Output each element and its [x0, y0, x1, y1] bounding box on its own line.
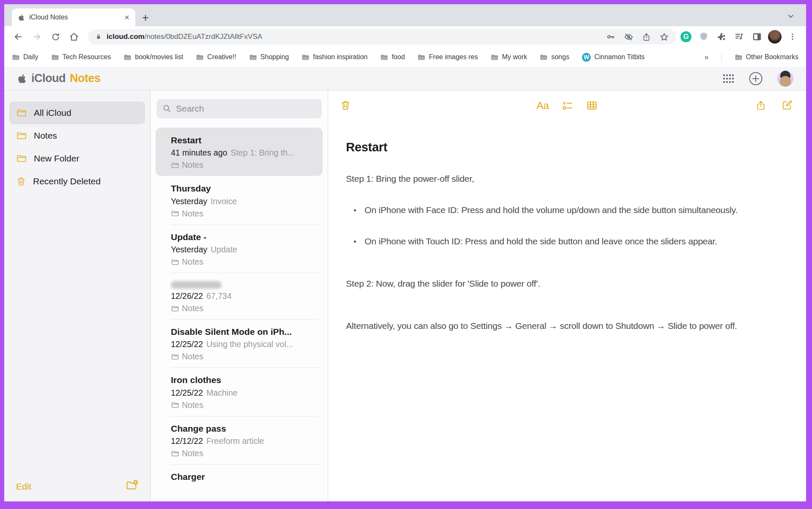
note-list-item[interactable]: Change pass 12/12/22Freeform article Not…: [156, 416, 323, 464]
bookmark-item[interactable]: Creative!!: [196, 53, 236, 61]
note-date: Yesterday: [171, 245, 207, 254]
account-avatar[interactable]: [777, 71, 793, 87]
other-bookmarks[interactable]: Other Bookmarks: [735, 53, 798, 61]
folder-icon: [540, 53, 548, 61]
bookmark-item[interactable]: Free images res: [417, 53, 478, 61]
music-playlist-extension-icon[interactable]: [732, 29, 747, 44]
password-key-icon[interactable]: [604, 30, 617, 44]
note-list-item[interactable]: Update - YesterdayUpdate Notes: [156, 224, 323, 273]
note-folder-label: Notes: [182, 400, 203, 410]
bookmark-label: book/movies list: [135, 53, 183, 61]
bookmark-item[interactable]: book/movies list: [123, 53, 183, 61]
editor-paragraph-alternative: Alternatively, you can also go to Settin…: [346, 321, 781, 331]
bookmark-label: songs: [551, 53, 569, 61]
note-folder-label: Notes: [182, 257, 203, 267]
folder-icon: [171, 353, 179, 361]
back-icon[interactable]: [10, 29, 26, 45]
folder-icon: [196, 53, 204, 61]
note-folder-label: Notes: [182, 160, 203, 170]
new-folder-icon[interactable]: [126, 479, 138, 494]
note-folder-label: Notes: [182, 449, 203, 458]
browser-profile-avatar[interactable]: [767, 29, 782, 44]
note-snippet: 67,734: [206, 291, 232, 301]
grammarly-extension-icon[interactable]: G: [678, 29, 694, 44]
note-list-item[interactable]: Iron clothes 12/25/22Machine Notes: [156, 367, 323, 416]
search-input[interactable]: Search: [156, 99, 322, 118]
shield-extension-icon[interactable]: [696, 29, 711, 44]
note-list-item[interactable]: Restart 41 minutes agoStep 1: Bring th..…: [156, 128, 323, 176]
apple-favicon-icon: [18, 14, 25, 21]
share-note-icon[interactable]: [755, 100, 766, 112]
note-body[interactable]: Restart Step 1: Bring the power-off slid…: [328, 121, 806, 331]
table-button[interactable]: [586, 100, 598, 113]
note-snippet: Machine: [206, 388, 238, 397]
new-note-compose-icon[interactable]: [782, 100, 793, 112]
note-list-item[interactable]: Charger: [156, 464, 323, 500]
search-icon: [162, 104, 172, 113]
tab-icloud-notes[interactable]: iCloud Notes ×: [12, 8, 135, 26]
address-bar[interactable]: icloud.com/notes/0bdDZEuATzrdKJZtAlltFxV…: [88, 29, 676, 44]
bookmarks-overflow-chevron[interactable]: »: [705, 53, 709, 62]
new-tab-button[interactable]: +: [142, 12, 149, 24]
folder-icon: [249, 53, 257, 61]
eye-off-icon[interactable]: [622, 30, 635, 44]
tab-close-icon[interactable]: ×: [124, 13, 129, 22]
brand-icloud-label: iCloud: [31, 72, 66, 85]
text-format-button[interactable]: Aa: [537, 100, 549, 113]
bookmark-label: Creative!!: [207, 53, 236, 61]
note-list-item[interactable]: Disable Silent Mode on iPh... 12/25/22Us…: [156, 319, 323, 367]
sidebar-folder-label: All iCloud: [34, 108, 71, 118]
note-meta: 12/25/22Machine: [171, 388, 318, 398]
checklist-button[interactable]: [562, 100, 573, 113]
editor-bullet-item: On iPhone with Face ID: Press and hold t…: [346, 205, 781, 215]
bookmark-star-icon[interactable]: [657, 30, 671, 44]
bookmarks-bar: Daily Tech Resources book/movies list Cr…: [4, 47, 806, 67]
sidebar-folder-item[interactable]: New Folder: [9, 147, 145, 170]
note-title: Update -: [171, 231, 318, 243]
bookmark-item[interactable]: fashion inspiration: [302, 53, 368, 61]
note-title: Charger: [171, 471, 318, 483]
bookmark-item[interactable]: Daily: [12, 53, 38, 61]
tab-search-chevron-icon[interactable]: [787, 12, 795, 22]
home-icon[interactable]: [66, 29, 82, 45]
notes-list-pane: Search Restart 41 minutes agoStep 1: Bri…: [151, 90, 328, 501]
folder-icon: [171, 304, 179, 313]
sidebar-folder-item[interactable]: Notes: [9, 124, 145, 147]
sidebar-folder-item[interactable]: Recently Deleted: [9, 170, 145, 193]
folder-icon: [171, 401, 179, 409]
app-launcher-grid-icon[interactable]: [723, 74, 734, 83]
note-list-item[interactable]: 12/26/2267,734 Notes: [156, 273, 323, 319]
add-plus-circle-icon[interactable]: [749, 71, 763, 86]
folder-icon: [735, 53, 743, 61]
bookmark-label: Shopping: [261, 53, 289, 61]
note-folder-label: Notes: [182, 209, 203, 219]
browser-window: iCloud Notes × + icloud.com/notes/0bdDZE…: [4, 4, 806, 501]
note-toolbar: Aa: [328, 90, 806, 121]
folder-icon: [16, 107, 27, 118]
menu-kebab-icon[interactable]: [785, 29, 800, 44]
sidebar-folder-item[interactable]: All iCloud: [9, 101, 145, 124]
url-domain: icloud.com: [107, 33, 145, 41]
bookmark-item[interactable]: My work: [491, 53, 527, 61]
note-meta: YesterdayInvoice: [171, 197, 318, 206]
folder-icon: [171, 449, 179, 458]
bookmark-item[interactable]: food: [380, 53, 405, 61]
note-meta: 12/12/22Freeform article: [171, 436, 318, 446]
bookmark-item[interactable]: Tech Resources: [51, 53, 111, 61]
note-date: 12/25/22: [171, 339, 203, 349]
folders-sidebar: All iCloud Notes New Folder Recently Del…: [4, 90, 151, 501]
icloud-header: iCloud Notes: [4, 67, 806, 90]
tab-strip: iCloud Notes × +: [4, 4, 806, 26]
bookmark-item[interactable]: songs: [540, 53, 569, 61]
extensions-puzzle-icon[interactable]: [714, 29, 729, 44]
share-page-icon[interactable]: [639, 30, 653, 44]
bookmark-item[interactable]: Shopping: [249, 53, 289, 61]
sidebar-toggle-icon[interactable]: [749, 29, 765, 44]
search-placeholder: Search: [176, 104, 204, 114]
reload-icon[interactable]: [47, 29, 63, 45]
folder-icon: [16, 130, 27, 141]
note-list-item[interactable]: Thursday YesterdayInvoice Notes: [156, 176, 323, 224]
bookmark-item[interactable]: W Cinnamon Titbits: [582, 53, 645, 62]
edit-button[interactable]: Edit: [16, 482, 31, 492]
editor-paragraph-step2: Step 2: Now, drag the slider for 'Slide …: [346, 279, 781, 289]
